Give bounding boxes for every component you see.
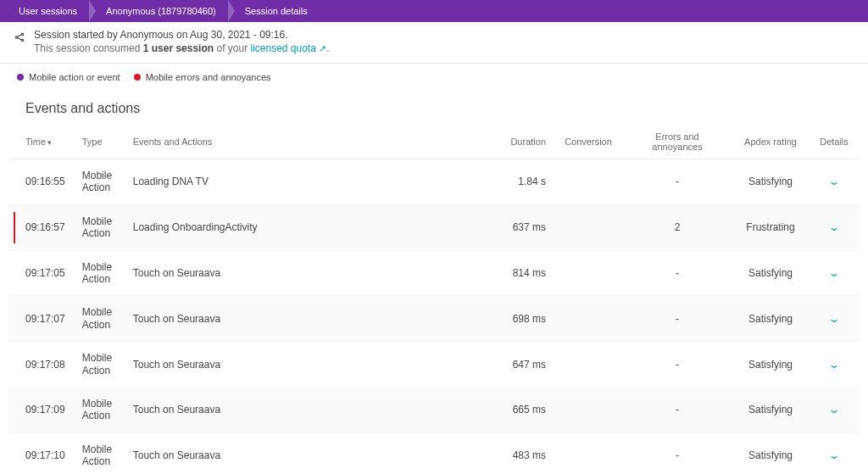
svg-point-0 <box>15 36 17 38</box>
quota-prefix: This session consumed <box>34 42 143 54</box>
cell-action[interactable]: Touch on Seuraava <box>125 296 495 342</box>
cell-time: 09:16:55 <box>8 159 74 205</box>
col-duration[interactable]: Duration <box>495 125 554 159</box>
expand-button[interactable]: ⌄ <box>828 449 840 461</box>
cell-action[interactable]: Touch on Seuraava <box>125 250 495 296</box>
cell-errors: - <box>622 250 732 296</box>
legend: Mobile action or event Mobile errors and… <box>0 64 868 86</box>
cell-type: MobileAction <box>74 159 125 205</box>
cell-conversion <box>554 204 622 250</box>
table-row: 09:17:05MobileActionTouch on Seuraava814… <box>8 250 860 296</box>
cell-type: MobileAction <box>74 296 125 342</box>
cell-conversion <box>554 387 622 432</box>
licensed-quota-label: licensed quota <box>250 42 315 54</box>
cell-action[interactable]: Loading OnboardingActivity <box>125 204 495 250</box>
cell-details: ⌄ <box>809 387 860 432</box>
table-header-row: Time▾ Type Events and Actions Duration C… <box>8 125 860 159</box>
cell-time: 09:17:05 <box>8 250 74 296</box>
col-type[interactable]: Type <box>74 125 125 159</box>
sort-caret-icon: ▾ <box>47 138 52 147</box>
quota-mid: of your <box>214 42 250 54</box>
col-details[interactable]: Details <box>809 125 860 159</box>
cell-apdex: Satisfying <box>732 159 809 205</box>
cell-type: MobileAction <box>74 432 125 474</box>
cell-details: ⌄ <box>809 296 860 342</box>
table-row: 09:16:55MobileActionLoading DNA TV1.84 s… <box>8 159 860 205</box>
breadcrumb-session-details[interactable]: Session details <box>230 0 321 22</box>
svg-point-1 <box>21 33 23 35</box>
dot-red-icon <box>134 74 141 81</box>
cell-details: ⌄ <box>809 432 860 474</box>
legend-errors-label: Mobile errors and annoyances <box>146 72 271 82</box>
cell-errors: - <box>622 296 732 342</box>
cell-conversion <box>554 296 622 342</box>
cell-duration: 483 ms <box>495 432 554 474</box>
cell-apdex: Satisfying <box>732 342 809 388</box>
expand-button[interactable]: ⌄ <box>828 267 840 279</box>
cell-action[interactable]: Touch on Seuraava <box>125 387 495 432</box>
table-row: 09:17:10MobileActionTouch on Seuraava483… <box>8 432 860 474</box>
col-events[interactable]: Events and Actions <box>125 125 495 159</box>
table-row: 09:17:09MobileActionTouch on Seuraava665… <box>8 387 860 432</box>
cell-errors: - <box>622 387 732 432</box>
session-start-text: Session started by Anonymous on Aug 30, … <box>34 29 330 41</box>
cell-details: ⌄ <box>809 250 860 296</box>
cell-details: ⌄ <box>809 159 860 205</box>
cell-apdex: Satisfying <box>732 432 809 474</box>
svg-line-4 <box>18 38 22 40</box>
svg-point-2 <box>21 39 23 41</box>
col-apdex[interactable]: Apdex rating <box>732 125 809 159</box>
quota-count: 1 user session <box>143 42 214 54</box>
session-quota-text: This session consumed 1 user session of … <box>34 42 330 54</box>
cell-time: 09:17:09 <box>8 387 74 432</box>
cell-apdex: Satisfying <box>732 387 809 432</box>
table-row: 09:17:07MobileActionTouch on Seuraava698… <box>8 296 860 342</box>
cell-type: MobileAction <box>74 250 125 296</box>
cell-time: 09:16:57 <box>8 204 74 250</box>
cell-errors: - <box>622 159 732 205</box>
section-title: Events and actions <box>0 86 868 125</box>
svg-line-3 <box>18 35 22 36</box>
col-errors[interactable]: Errors and annoyances <box>622 125 732 159</box>
expand-button[interactable]: ⌄ <box>828 176 840 187</box>
cell-type: MobileAction <box>74 204 125 250</box>
cell-duration: 637 ms <box>495 204 554 250</box>
cell-duration: 814 ms <box>495 250 554 296</box>
cell-duration: 647 ms <box>495 342 554 388</box>
cell-duration: 665 ms <box>495 387 554 432</box>
breadcrumb-anonymous-user[interactable]: Anonymous (1879780460) <box>91 0 230 22</box>
cell-errors: - <box>622 432 732 474</box>
cell-action[interactable]: Touch on Seuraava <box>125 342 495 388</box>
dot-purple-icon <box>17 74 24 81</box>
legend-mobile-action: Mobile action or event <box>17 72 120 82</box>
cell-duration: 698 ms <box>495 296 554 342</box>
cell-conversion <box>554 342 622 388</box>
cell-errors: - <box>622 342 732 388</box>
cell-type: MobileAction <box>74 342 125 388</box>
session-header: Session started by Anonymous on Aug 30, … <box>0 22 868 64</box>
expand-button[interactable]: ⌄ <box>828 221 840 233</box>
table-row: 09:16:57MobileActionLoading OnboardingAc… <box>8 204 860 250</box>
cell-time: 09:17:10 <box>8 432 74 474</box>
col-conversion[interactable]: Conversion <box>554 125 622 159</box>
cell-details: ⌄ <box>809 204 860 250</box>
table-row: 09:17:08MobileActionTouch on Seuraava647… <box>8 342 860 388</box>
cell-time: 09:17:07 <box>8 296 74 342</box>
col-time[interactable]: Time▾ <box>8 125 74 159</box>
cell-action[interactable]: Loading DNA TV <box>125 159 495 205</box>
cell-action[interactable]: Touch on Seuraava <box>125 432 495 474</box>
expand-button[interactable]: ⌄ <box>828 359 840 371</box>
expand-button[interactable]: ⌄ <box>828 313 840 325</box>
cell-conversion <box>554 432 622 474</box>
breadcrumb-user-sessions[interactable]: User sessions <box>3 0 91 22</box>
cell-type: MobileAction <box>74 387 125 432</box>
external-link-icon: ↗ <box>319 43 326 53</box>
cell-duration: 1.84 s <box>495 159 554 205</box>
legend-action-label: Mobile action or event <box>29 72 120 82</box>
share-icon <box>14 31 25 46</box>
licensed-quota-link[interactable]: licensed quota ↗ <box>250 42 326 54</box>
expand-button[interactable]: ⌄ <box>828 404 840 415</box>
cell-apdex: Satisfying <box>732 296 809 342</box>
cell-details: ⌄ <box>809 342 860 388</box>
cell-apdex: Satisfying <box>732 250 809 296</box>
